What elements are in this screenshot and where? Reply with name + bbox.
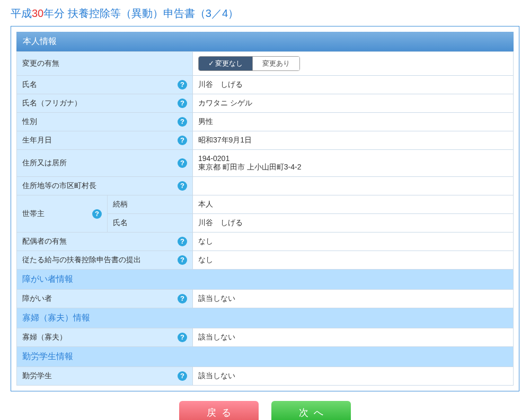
next-button[interactable]: 次へ (271, 401, 351, 420)
help-icon[interactable]: ? (178, 80, 187, 90)
help-icon[interactable]: ? (178, 294, 187, 303)
row-kana: 氏名（フリガナ）? カワタニ シゲル (17, 94, 514, 113)
section-widow: 寡婦（寡夫）情報 (17, 308, 514, 328)
value-kana: カワタニ シゲル (193, 94, 514, 113)
panel-heading: 本人情報 (16, 32, 514, 51)
help-icon[interactable]: ? (178, 333, 187, 342)
row-household-relation: 世帯主? 続柄 本人 (17, 195, 514, 214)
label-secondary-payer: 従たる給与の扶養控除申告書の提出? (17, 251, 193, 270)
label-name: 氏名? (17, 76, 193, 94)
back-button[interactable]: 戻る (179, 401, 259, 420)
value-name: 川谷 しげる (193, 76, 514, 94)
help-icon[interactable]: ? (178, 237, 187, 246)
value-disability: 該当しない (193, 290, 514, 308)
change-toggle: ✓変更なし 変更あり (198, 56, 300, 71)
section-disability: 障がい者情報 (17, 270, 514, 290)
value-dob: 昭和37年9月1日 (193, 131, 514, 150)
value-mayor (193, 177, 514, 195)
row-mayor: 住所地等の市区町村長? (17, 177, 514, 195)
page-title: 平成30年分 扶養控除等（異動）申告書（3／4） (11, 6, 519, 21)
row-widow: 寡婦（寡夫）? 該当しない (17, 328, 514, 347)
check-icon: ✓ (208, 59, 214, 67)
row-secondary-payer: 従たる給与の扶養控除申告書の提出? なし (17, 251, 514, 270)
row-disability: 障がい者? 該当しない (17, 290, 514, 308)
label-sex: 性別? (17, 113, 193, 131)
row-address: 住所又は居所? 194-0201 東京都 町田市 上小山田町3-4-2 (17, 150, 514, 177)
row-student: 勤労学生? 該当しない (17, 367, 514, 386)
help-icon[interactable]: ? (92, 209, 102, 219)
section-disability-title: 障がい者情報 (17, 270, 514, 290)
label-household-relation: 続柄 (108, 195, 193, 214)
section-student-title: 勤労学生情報 (17, 347, 514, 367)
label-disability: 障がい者? (17, 290, 193, 308)
value-address: 194-0201 東京都 町田市 上小山田町3-4-2 (193, 150, 514, 177)
form-table: 変更の有無 ✓変更なし 変更あり 氏名? 川谷 しげる 氏名（フリガナ）? カワ… (16, 51, 514, 386)
help-icon[interactable]: ? (178, 99, 187, 108)
value-household-relation: 本人 (193, 195, 514, 214)
value-student: 該当しない (193, 367, 514, 386)
label-address: 住所又は居所? (17, 150, 193, 177)
label-student: 勤労学生? (17, 367, 193, 386)
label-change: 変更の有無 (17, 52, 193, 76)
section-widow-title: 寡婦（寡夫）情報 (17, 308, 514, 328)
help-icon[interactable]: ? (178, 255, 187, 265)
label-widow: 寡婦（寡夫）? (17, 328, 193, 347)
toggle-change[interactable]: 変更あり (252, 57, 299, 70)
help-icon[interactable]: ? (178, 136, 187, 145)
value-secondary-payer: なし (193, 251, 514, 270)
label-household: 世帯主? (17, 195, 108, 233)
row-change: 変更の有無 ✓変更なし 変更あり (17, 52, 514, 76)
row-name: 氏名? 川谷 しげる (17, 76, 514, 94)
main-panel: 本人情報 変更の有無 ✓変更なし 変更あり 氏名? 川谷 しげる 氏名（フリガナ… (11, 26, 519, 391)
help-icon[interactable]: ? (178, 158, 187, 168)
cell-change-toggle: ✓変更なし 変更あり (193, 52, 514, 76)
section-student: 勤労学生情報 (17, 347, 514, 367)
value-widow: 該当しない (193, 328, 514, 347)
toggle-no-change[interactable]: ✓変更なし (199, 57, 252, 70)
value-sex: 男性 (193, 113, 514, 131)
button-row: 戻る 次へ (11, 401, 519, 420)
value-spouse: なし (193, 233, 514, 251)
help-icon[interactable]: ? (178, 117, 187, 127)
label-spouse: 配偶者の有無? (17, 233, 193, 251)
label-dob: 生年月日? (17, 131, 193, 150)
row-dob: 生年月日? 昭和37年9月1日 (17, 131, 514, 150)
label-household-name: 氏名 (108, 214, 193, 233)
label-kana: 氏名（フリガナ）? (17, 94, 193, 113)
row-sex: 性別? 男性 (17, 113, 514, 131)
label-mayor: 住所地等の市区町村長? (17, 177, 193, 195)
help-icon[interactable]: ? (178, 371, 187, 381)
value-household-name: 川谷 しげる (193, 214, 514, 233)
help-icon[interactable]: ? (178, 181, 187, 191)
row-spouse: 配偶者の有無? なし (17, 233, 514, 251)
